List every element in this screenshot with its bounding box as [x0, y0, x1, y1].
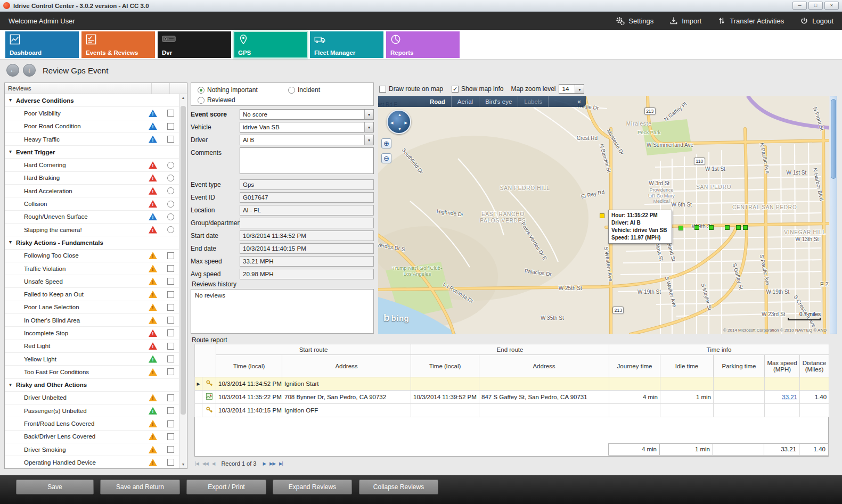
pager-first-icon[interactable]: |◀ [195, 461, 199, 466]
zoom-out-button[interactable]: ⊖ [381, 153, 391, 163]
route-row[interactable]: ▶10/3/2014 11:34:52 PMIgnition Start [195, 377, 829, 391]
reviews-scrollbar[interactable]: ▲ ▼ [179, 94, 187, 468]
chevron-down-icon[interactable]: ▼ [364, 110, 373, 119]
cell-start_time[interactable]: 10/3/2014 11:34:52 PM [216, 377, 282, 391]
key-icon[interactable] [202, 377, 216, 391]
scrollbar-thumb[interactable] [181, 106, 186, 415]
cell-journey[interactable] [609, 404, 660, 417]
collapse-reviews-button[interactable]: Collapse Reviews [359, 480, 438, 494]
review-checkbox[interactable] [167, 278, 174, 285]
save-and-return-button[interactable]: Save and Return [100, 480, 180, 494]
cell-end_address[interactable] [479, 404, 609, 417]
review-checkbox[interactable] [167, 329, 174, 336]
cell-start_time[interactable]: 10/3/2014 11:40:15 PM [216, 404, 282, 417]
column-header-time-local-2[interactable]: Time (local) [411, 355, 479, 377]
pager-fast-prev-icon[interactable]: ◀◀ [202, 461, 208, 466]
review-checkbox[interactable] [167, 252, 174, 259]
draw-route-checkbox[interactable] [379, 86, 386, 93]
status-option-nothing-important[interactable]: Nothing important [198, 86, 258, 94]
column-header-address-3[interactable]: Address [479, 355, 609, 377]
cell-distance[interactable]: 1.40 [800, 391, 829, 404]
review-checkbox[interactable] [167, 446, 174, 453]
bing-map[interactable]: RoadAerialBird's eyeLabels « ▲ ▼ ◀ ▶ ⊕ ⊖… [378, 96, 829, 334]
cell-start_address[interactable]: Ignition Start [282, 377, 411, 391]
column-header-address-1[interactable]: Address [282, 355, 411, 377]
green-route-marker[interactable] [678, 226, 683, 230]
export-print-button[interactable]: Export / Print [186, 480, 266, 494]
map-view-tab-aerial[interactable]: Aerial [452, 96, 479, 107]
cell-journey[interactable]: 4 min [609, 391, 660, 404]
cell-max_speed[interactable] [765, 377, 800, 391]
header-action-import[interactable]: Import [669, 16, 701, 25]
event-score-select[interactable]: No score ▼ [240, 109, 374, 120]
map-scrollbar-thumb[interactable] [831, 99, 836, 179]
column-header-time-local-0[interactable]: Time (local) [216, 355, 282, 377]
group-expand-icon[interactable]: ▾ [9, 382, 12, 387]
yellow-route-marker[interactable] [600, 213, 604, 218]
cell-idle[interactable] [660, 377, 714, 391]
cell-max_speed[interactable]: 33.21 [765, 391, 800, 404]
review-checkbox[interactable] [167, 291, 174, 298]
review-radio[interactable] [167, 226, 174, 233]
review-checkbox[interactable] [167, 459, 174, 466]
save-button[interactable]: Save [16, 480, 94, 494]
review-checkbox[interactable] [167, 136, 174, 143]
collapse-toolbar-button[interactable]: « [573, 98, 586, 105]
vehicle-select[interactable]: idrive Van SB ▼ [240, 122, 374, 133]
review-checkbox[interactable] [167, 433, 174, 440]
pager-next-icon[interactable]: ▶ [263, 461, 266, 466]
review-radio[interactable] [167, 213, 174, 220]
cell-distance[interactable] [800, 377, 829, 391]
review-radio[interactable] [167, 175, 174, 181]
cell-end_time[interactable] [411, 404, 479, 417]
tab-dashboard[interactable]: Dashboard [5, 31, 79, 58]
pager-fast-next-icon[interactable]: ▶▶ [269, 461, 275, 466]
zoom-in-button[interactable]: ⊕ [381, 138, 391, 148]
map-scrollbar[interactable] [830, 96, 837, 334]
key-icon[interactable] [202, 404, 216, 417]
cell-idle[interactable] [660, 404, 714, 417]
show-map-info-checkbox[interactable]: ✓ [452, 86, 459, 93]
review-radio[interactable] [167, 201, 174, 208]
group-expand-icon[interactable]: ▾ [9, 148, 12, 154]
tab-fleet-manager[interactable]: Fleet Manager [310, 31, 383, 58]
column-header-parking-time-6[interactable]: Parking time [714, 355, 765, 377]
minimize-button[interactable]: ─ [792, 2, 807, 10]
review-checkbox[interactable] [167, 407, 174, 414]
cell-idle[interactable]: 1 min [660, 391, 714, 404]
tab-events-reviews[interactable]: Events & Reviews [81, 31, 155, 58]
max-speed-link[interactable]: 33.21 [782, 394, 797, 400]
pager-prev-icon[interactable]: ◀ [212, 461, 215, 466]
column-header-distance-miles-8[interactable]: Distance (Miles) [800, 355, 829, 377]
chevron-down-icon[interactable]: ▼ [364, 135, 373, 145]
driver-select[interactable]: Al B ▼ [240, 135, 374, 145]
pan-right-icon[interactable]: ▶ [405, 121, 407, 125]
chevron-down-icon[interactable]: ▼ [575, 85, 584, 93]
map-compass-control[interactable]: ▲ ▼ ◀ ▶ [387, 110, 411, 134]
tab-gps[interactable]: GPS [234, 31, 307, 58]
radio-icon[interactable] [288, 87, 295, 94]
tab-reports[interactable]: Reports [386, 31, 460, 58]
cell-end_address[interactable] [479, 377, 609, 391]
scroll-up-icon[interactable]: ▲ [179, 94, 187, 102]
header-action-transfer-activities[interactable]: Transfer Activities [717, 16, 784, 25]
tab-dvr[interactable]: Dvr [158, 31, 231, 58]
review-group-risky-and-other-actions[interactable]: ▾Risky and Other Actions [5, 379, 179, 392]
cell-end_time[interactable] [411, 377, 479, 391]
review-checkbox[interactable] [167, 356, 174, 362]
review-radio[interactable] [167, 162, 174, 169]
cell-distance[interactable] [800, 404, 829, 417]
review-radio[interactable] [167, 187, 174, 194]
review-group-event-trigger[interactable]: ▾Event Trigger [5, 146, 179, 159]
cell-parking[interactable] [714, 404, 765, 417]
expand-reviews-button[interactable]: Expand Reviews [273, 480, 352, 494]
pan-up-icon[interactable]: ▲ [398, 113, 402, 117]
green-route-marker[interactable] [725, 225, 730, 230]
column-header-journey-time-4[interactable]: Journey time [609, 355, 660, 377]
pan-down-icon[interactable]: ▼ [398, 127, 402, 131]
header-action-logout[interactable]: Logout [800, 16, 833, 25]
cell-max_speed[interactable] [765, 404, 800, 417]
scroll-down-icon[interactable]: ▼ [179, 461, 187, 468]
review-checkbox[interactable] [167, 394, 174, 401]
status-option-incident[interactable]: Incident [288, 86, 320, 94]
